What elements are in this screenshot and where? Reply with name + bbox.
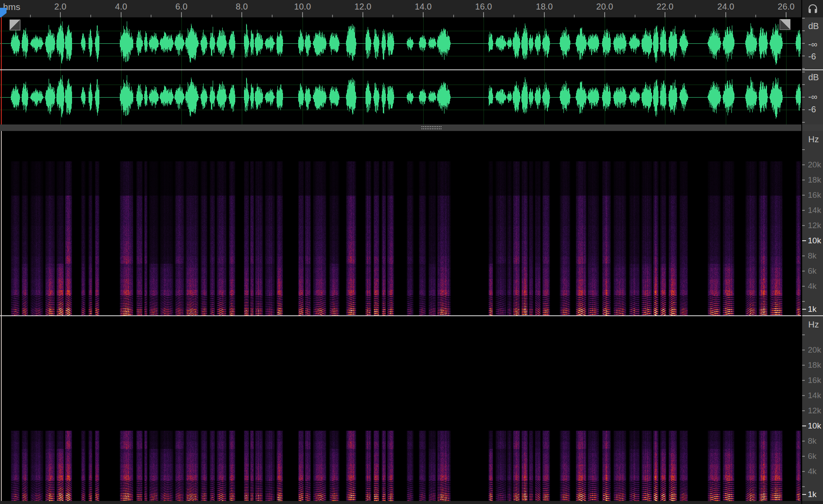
hz-tick-label: 14k <box>808 206 821 215</box>
playhead-marker[interactable] <box>0 8 7 17</box>
db-tick <box>802 97 805 98</box>
divider-handle[interactable] <box>421 126 441 129</box>
hz-tick-label: 18k <box>808 175 821 185</box>
hz-tick <box>802 240 806 241</box>
hz-tick <box>802 350 805 350</box>
ruler-tick-label: 10.0 <box>294 2 311 12</box>
hz-tick <box>802 309 806 310</box>
hz-scale-spectrogram-1[interactable]: Hz 20k18k16k14k12k10k8k6k4k1k <box>802 131 823 315</box>
hz-tick <box>802 195 805 196</box>
ruler-tick-label: 20.0 <box>596 2 613 12</box>
ruler-tick-label: 26.0 <box>778 2 795 12</box>
hz-tick <box>802 286 805 287</box>
ruler-tick-label: 2.0 <box>54 2 66 12</box>
spectrogram-channel-2[interactable] <box>0 316 801 501</box>
ruler-tick-label: 6.0 <box>175 2 188 12</box>
ruler-tick-label: 4.0 <box>115 2 127 12</box>
hz-tick <box>802 471 805 472</box>
hz-scale-spectrogram-2[interactable]: Hz 20k18k16k14k12k10k8k6k4k1k <box>802 316 823 501</box>
db-tick <box>802 30 805 31</box>
hz-tick <box>802 255 805 256</box>
db-minus6-label: -6 <box>808 105 816 115</box>
hz-tick <box>802 425 806 426</box>
ruler-tick-label: 12.0 <box>355 2 372 12</box>
hz-tick-label: 14k <box>808 391 821 400</box>
ruler-major-tick <box>544 12 545 17</box>
ruler-major-tick <box>604 12 605 17</box>
fade-in-handle[interactable] <box>10 20 20 30</box>
ruler-tick-label: 8.0 <box>236 2 248 12</box>
hz-tick-label: 12k <box>808 221 821 230</box>
ruler-tick-label: 24.0 <box>718 2 734 12</box>
hz-tick-label: 20k <box>808 160 821 170</box>
db-tick <box>802 72 805 72</box>
fade-out-handle[interactable] <box>780 19 790 30</box>
hz-tick-label: 1k <box>808 304 816 314</box>
hz-tick <box>802 210 805 211</box>
time-ruler[interactable]: hms 2.04.06.08.010.012.014.016.018.020.0… <box>0 0 801 17</box>
hz-tick <box>802 380 805 381</box>
hz-tick-label: 8k <box>808 251 816 261</box>
hz-tick <box>802 441 805 442</box>
hz-tick <box>802 365 805 366</box>
ruler-major-tick <box>423 12 424 17</box>
hz-tick-label: 8k <box>808 436 816 446</box>
hz-tick <box>802 301 805 302</box>
hz-tick <box>802 395 805 396</box>
hz-tick-label: 10k <box>808 236 821 245</box>
hz-tick-label: 1k <box>808 490 816 499</box>
hz-tick-label: 18k <box>808 360 821 370</box>
ruler-major-tick <box>362 12 363 17</box>
panel-divider <box>0 124 823 131</box>
playhead-line-spectrogram <box>1 131 2 501</box>
db-tick <box>802 43 805 44</box>
ruler-tick-label: 22.0 <box>657 2 674 12</box>
hz-tick-label: 12k <box>808 406 821 416</box>
ruler-major-tick <box>241 12 242 17</box>
db-tick <box>802 18 805 19</box>
ruler-major-tick <box>121 12 122 17</box>
channel-separator <box>0 69 823 70</box>
hz-tick-label: 6k <box>808 266 816 276</box>
hz-tick <box>802 410 805 411</box>
spectrogram-channel-1[interactable] <box>0 131 801 315</box>
hz-tick-label: 4k <box>808 281 816 291</box>
db-tick <box>802 122 805 123</box>
audio-editor-window: hms 2.04.06.08.010.012.014.016.018.020.0… <box>0 0 823 504</box>
waveform-channel-1[interactable] <box>0 17 801 69</box>
hz-scale-title: Hz <box>808 320 819 330</box>
db-scale-channel-2[interactable]: dB -∞ -6 <box>802 70 823 124</box>
ruler-major-tick <box>665 12 665 17</box>
headphones-icon[interactable] <box>807 3 819 15</box>
ruler-major-tick <box>786 12 787 17</box>
hz-tick <box>802 486 805 487</box>
db-tick <box>802 56 805 56</box>
hz-tick-label: 16k <box>808 376 821 385</box>
hz-tick <box>802 456 805 457</box>
db-scale-channel-1[interactable]: dB -∞ -6 <box>802 17 823 69</box>
db-tick <box>802 109 805 110</box>
bottom-strip <box>0 501 823 504</box>
spectrogram-separator <box>0 315 823 316</box>
hz-tick <box>802 180 805 180</box>
hz-tick-label: 10k <box>808 421 821 431</box>
ruler-tick-label: 16.0 <box>475 2 492 12</box>
ruler-major-tick <box>483 12 484 17</box>
db-minus6-label: -6 <box>808 52 816 62</box>
waveform-channel-2[interactable] <box>0 70 801 124</box>
ruler-tick-label: 18.0 <box>536 2 553 12</box>
hz-tick <box>802 494 806 495</box>
hz-tick <box>802 271 805 272</box>
hz-scale-title: Hz <box>808 134 819 144</box>
hz-tick <box>802 225 805 226</box>
ruler-major-tick <box>302 12 303 17</box>
hz-tick-label: 6k <box>808 452 816 461</box>
ruler-major-tick <box>181 12 182 17</box>
hz-tick-label: 16k <box>808 190 821 200</box>
db-neg-infinity-label: -∞ <box>808 39 817 49</box>
ruler-major-tick <box>60 12 61 17</box>
db-neg-infinity-label: -∞ <box>808 92 817 102</box>
db-scale-title: dB <box>808 21 819 31</box>
ruler-major-tick <box>725 12 726 17</box>
db-tick <box>802 68 805 69</box>
